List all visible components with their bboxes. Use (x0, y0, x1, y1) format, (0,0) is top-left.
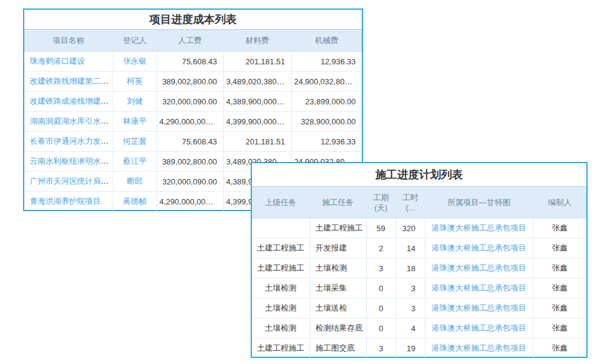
table-row: 湖南洞庭湖水库引水工... 林康平 4,290,000,000.00 4,399… (24, 112, 362, 132)
machine-cost-cell: 328,900,000.00 (291, 112, 362, 132)
registrant-link[interactable]: 林康平 (123, 116, 147, 126)
table-row: 珠海鹤港口建设 张永银 75,608.43 201,181.51 12,936.… (24, 52, 362, 72)
parent-task-cell: 土建工程施工 (252, 339, 310, 359)
col-header-gantt: 所属项目—甘特图 (425, 187, 533, 218)
labor-cost-cell: 389,002,800.00 (157, 72, 223, 92)
hours-cell: 4 (396, 318, 425, 339)
table-row: 土建工程施工 土壤检测 3 18 港珠澳大桥施工总承包项目 张鑫 (252, 258, 586, 278)
duration-cell: 0 (366, 318, 396, 339)
duration-cell: 59 (366, 218, 396, 238)
author-cell: 张鑫 (533, 258, 586, 278)
gantt-link[interactable]: 港珠澳大桥施工总承包项目 (432, 303, 526, 312)
gantt-link[interactable]: 港珠澳大桥施工总承包项目 (432, 223, 526, 232)
project-link[interactable]: 珠海鹤港口建设 (30, 56, 85, 66)
labor-cost-cell: 320,000,090.00 (157, 92, 223, 112)
gantt-link[interactable]: 港珠澳大桥施工总承包项目 (432, 323, 526, 332)
material-cost-cell: 4,389,900,000.00 (223, 92, 291, 112)
gantt-link[interactable]: 港珠澳大桥施工总承包项目 (432, 263, 526, 272)
project-link[interactable]: 湖南洞庭湖水库引水工... (30, 116, 113, 126)
plan-table-title: 施工进度计划列表 (252, 163, 586, 186)
duration-cell: 3 (366, 258, 396, 278)
col-header-registrant: 登记人 (113, 30, 157, 52)
table-row: 长春市伊通河水力发电... 何芷茵 75,608.43 201,181.51 1… (24, 132, 362, 152)
machine-cost-cell: 12,936.33 (291, 52, 362, 72)
author-cell: 张鑫 (533, 238, 586, 258)
col-header-material: 材料费 (223, 30, 291, 52)
labor-cost-cell: 4,290,000,000.00 (157, 112, 223, 132)
parent-task-cell: 土建工程施工 (252, 258, 310, 278)
col-header-duration: 工期 (天) (366, 187, 396, 218)
col-header-labor: 人工费 (157, 30, 223, 52)
duration-cell: 2 (366, 238, 396, 258)
gantt-link[interactable]: 港珠澳大桥施工总承包项目 (432, 243, 526, 252)
project-link[interactable]: 改建铁路线增建第二线... (30, 76, 113, 86)
plan-table-header-row: 上级任务 施工任务 工期 (天) 工时 (... 所属项目—甘特图 编制人 (252, 187, 586, 218)
duration-cell: 0 (366, 278, 396, 298)
registrant-link[interactable]: 柯英 (127, 76, 143, 86)
hours-cell: 320 (396, 218, 425, 238)
col-header-author: 编制人 (533, 187, 586, 218)
cost-table-header-row: 项目名称 登记人 人工费 材料费 机械费 (24, 30, 362, 52)
labor-cost-cell: 4,290,000,000.00 (157, 192, 223, 212)
project-link[interactable]: 云南水利枢纽潜明水库... (30, 157, 113, 166)
hours-cell: 14 (396, 238, 425, 258)
table-row: 土建工程施工 59 320 港珠澳大桥施工总承包项目 张鑫 (252, 218, 586, 238)
parent-task-cell: 土壤检测 (252, 298, 310, 318)
registrant-link[interactable]: 何芷茵 (123, 136, 147, 146)
author-cell: 张鑫 (533, 318, 586, 339)
material-cost-cell: 3,489,020,380.00 (223, 72, 291, 92)
table-row: 改建铁路成渝线增建第... 刘健 320,000,090.00 4,389,90… (24, 92, 362, 112)
duration-cell: 0 (366, 298, 396, 318)
table-row: 土壤检测 土壤送检 0 3 港珠澳大桥施工总承包项目 张鑫 (252, 298, 586, 318)
material-cost-cell: 201,181.51 (223, 52, 291, 72)
parent-task-cell: 土壤检测 (252, 318, 310, 339)
machine-cost-cell: 23,899,000.00 (291, 92, 362, 112)
labor-cost-cell: 75,608.43 (157, 52, 223, 72)
hours-cell: 3 (396, 298, 425, 318)
cost-table-title: 项目进度成本列表 (24, 10, 362, 29)
registrant-link[interactable]: 刘健 (127, 96, 143, 106)
registrant-link[interactable]: 张永银 (123, 56, 147, 66)
task-cell: 土壤送检 (310, 298, 366, 318)
col-header-hours: 工时 (... (396, 187, 425, 218)
author-cell: 张鑫 (533, 218, 586, 238)
col-header-machine: 机械费 (291, 30, 362, 52)
table-row: 土建工程施工 施工图交底 3 19 港珠澳大桥施工总承包项目 张鑫 (252, 339, 586, 359)
plan-table: 上级任务 施工任务 工期 (天) 工时 (... 所属项目—甘特图 编制人 土建… (252, 186, 586, 359)
hours-cell: 3 (396, 278, 425, 298)
material-cost-cell: 201,181.51 (223, 132, 291, 152)
table-row: 土建工程施工 开发报建 2 14 港珠澳大桥施工总承包项目 张鑫 (252, 238, 586, 258)
table-row: 土壤检测 检测结果存底 0 4 港珠澳大桥施工总承包项目 张鑫 (252, 318, 586, 339)
plan-table-panel: 施工进度计划列表 上级任务 施工任务 工期 (天) 工时 (... 所属项目—甘… (251, 162, 588, 358)
parent-task-cell: 土壤检测 (252, 278, 310, 298)
gantt-link[interactable]: 港珠澳大桥施工总承包项目 (432, 343, 526, 352)
task-cell: 土建工程施工 (310, 218, 366, 238)
hours-cell: 18 (396, 258, 425, 278)
material-cost-cell: 4,399,900,000.00 (223, 112, 291, 132)
task-cell: 土壤检测 (310, 258, 366, 278)
task-cell: 施工图交底 (310, 339, 366, 359)
task-cell: 土壤采集 (310, 278, 366, 298)
author-cell: 张鑫 (533, 278, 586, 298)
machine-cost-cell: 24,900,032,800.00 (291, 72, 362, 92)
col-header-project: 项目名称 (24, 30, 113, 52)
task-cell: 检测结果存底 (310, 318, 366, 339)
labor-cost-cell: 389,002,800.00 (157, 152, 223, 172)
registrant-link[interactable]: 蔡江平 (123, 157, 147, 166)
gantt-link[interactable]: 港珠澳大桥施工总承包项目 (432, 283, 526, 292)
registrant-link[interactable]: 断郎 (127, 177, 143, 186)
table-row: 改建铁路线增建第二线... 柯英 389,002,800.00 3,489,02… (24, 72, 362, 92)
table-row: 土壤检测 土壤采集 0 3 港珠澳大桥施工总承包项目 张鑫 (252, 278, 586, 298)
project-link[interactable]: 青海洪湖养护院项目 (30, 197, 101, 206)
col-header-task: 施工任务 (310, 187, 366, 218)
hours-cell: 19 (396, 339, 425, 359)
project-link[interactable]: 改建铁路成渝线增建第... (30, 96, 113, 106)
project-link[interactable]: 长春市伊通河水力发电... (30, 136, 113, 146)
project-link[interactable]: 广州市天河区统计局机... (30, 177, 113, 186)
machine-cost-cell: 12,936.33 (291, 132, 362, 152)
parent-task-cell (252, 218, 310, 238)
col-header-parent-task: 上级任务 (252, 187, 310, 218)
duration-cell: 3 (366, 339, 396, 359)
registrant-link[interactable]: 蒋德帧 (123, 197, 147, 206)
author-cell: 张鑫 (533, 298, 586, 318)
